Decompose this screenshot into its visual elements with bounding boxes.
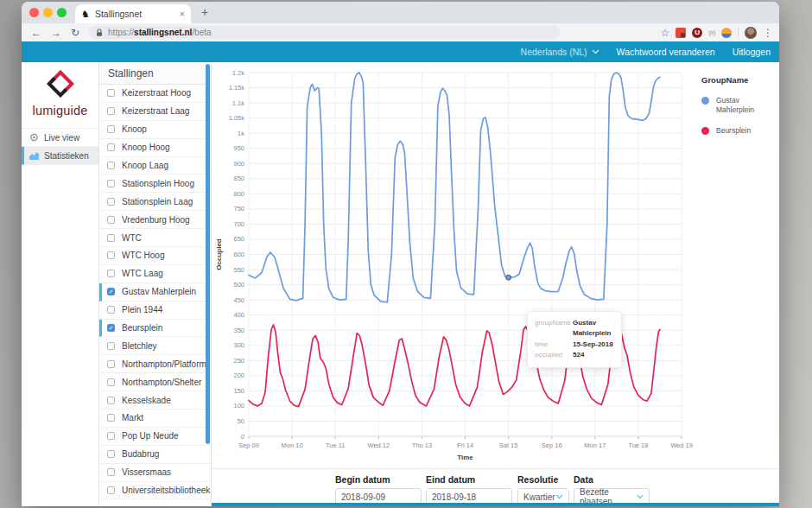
checkbox[interactable] <box>107 468 115 476</box>
list-item[interactable]: Northampton/Shelter <box>99 373 211 391</box>
sidebar-item-statistieken[interactable]: Statistieken <box>22 147 98 165</box>
checkbox-checked[interactable]: ✓ <box>107 324 115 332</box>
list-item[interactable]: Bletchley <box>99 337 211 355</box>
profile-avatar[interactable] <box>745 27 757 39</box>
checkbox[interactable] <box>107 143 115 151</box>
list-item[interactable]: Northampton/Platform <box>99 355 211 373</box>
list-item[interactable]: Knoop Laag <box>99 157 211 175</box>
list-item[interactable]: WTC Laag <box>99 265 211 283</box>
svg-text:650: 650 <box>233 235 244 243</box>
tab-strip: ♞ Stallingsnet × + <box>22 2 779 23</box>
list-item[interactable]: Stationsplein Hoog <box>99 175 211 193</box>
reload-icon[interactable]: ↻ <box>71 28 79 38</box>
list-item[interactable]: ✓Beursplein <box>99 320 211 338</box>
list-item[interactable]: Pop Up Neude <box>99 428 211 446</box>
legend-item[interactable]: Gustav Mahlerplein <box>701 96 764 115</box>
list-item[interactable]: Knoop <box>99 121 211 139</box>
svg-text:150: 150 <box>233 387 244 395</box>
checkbox[interactable] <box>107 107 115 115</box>
checkbox[interactable] <box>107 414 115 422</box>
chevron-down-icon <box>555 494 563 499</box>
checkbox[interactable] <box>107 378 115 386</box>
list-item[interactable]: Plein 1944 <box>99 302 211 320</box>
change-password-link[interactable]: Wachtwoord veranderen <box>617 47 715 57</box>
control-label: Data <box>574 474 650 485</box>
svg-text:Sep 09: Sep 09 <box>238 441 259 449</box>
checkbox[interactable] <box>107 198 115 206</box>
list-item-label: Stationsplein Hoog <box>122 179 194 188</box>
list-item[interactable]: Markt <box>99 410 211 428</box>
list-item[interactable]: Keizerstraat Hoog <box>99 85 211 103</box>
back-icon[interactable]: ← <box>31 28 41 38</box>
list-item[interactable]: WTC <box>99 229 211 247</box>
disabled-extension-icon[interactable]: (x) <box>708 29 715 36</box>
list-item-label: Keizerstraat Hoog <box>122 88 191 98</box>
checkbox[interactable] <box>107 234 115 242</box>
legend-item[interactable]: Beursplein <box>701 126 764 136</box>
legend-dot-icon <box>701 127 709 135</box>
list-item[interactable]: Vissersmaas <box>99 464 211 482</box>
control-group: Begin datum2018-09-09 <box>335 474 422 505</box>
list-item-label: Budabrug <box>122 449 159 459</box>
checkbox[interactable] <box>107 360 115 368</box>
checkbox[interactable] <box>107 216 115 224</box>
sidebar-item-live-view[interactable]: Live view <box>22 129 98 147</box>
address-bar[interactable]: https://stallingsnet.nl/beta <box>89 26 560 39</box>
list-item[interactable]: Keizerstraat Laag <box>99 103 211 121</box>
logout-link[interactable]: Uitloggen <box>733 47 771 57</box>
svg-text:950: 950 <box>233 144 244 152</box>
control-label: Resolutie <box>517 474 569 485</box>
checkbox[interactable] <box>107 162 115 169</box>
new-tab-button[interactable]: + <box>201 5 208 19</box>
checkbox[interactable] <box>107 125 115 133</box>
checkbox[interactable] <box>107 432 115 440</box>
list-item[interactable]: Kesselskade <box>99 391 211 410</box>
checkbox[interactable] <box>107 306 115 314</box>
forward-icon[interactable]: → <box>51 28 61 38</box>
svg-text:200: 200 <box>233 371 244 379</box>
list-item[interactable]: Universiteitsbibliotheek <box>99 482 211 500</box>
checkbox[interactable] <box>107 251 115 259</box>
ublock-extension-icon[interactable]: U <box>692 28 702 38</box>
checkbox[interactable] <box>107 180 115 187</box>
control-label: Eind datum <box>426 474 512 485</box>
statistics-icon <box>29 151 39 160</box>
extension-icon[interactable] <box>721 28 732 38</box>
chart[interactable]: 0501001502002503003504004505005506006507… <box>212 62 700 468</box>
checkbox[interactable] <box>107 486 115 494</box>
list-item[interactable]: Stationsplein Laag <box>99 193 211 211</box>
svg-text:300: 300 <box>233 341 244 349</box>
checkbox[interactable] <box>107 450 115 458</box>
svg-text:1.15k: 1.15k <box>229 84 245 92</box>
browser-tab[interactable]: ♞ Stallingsnet × <box>75 4 191 23</box>
bookmark-star-icon[interactable]: ☆ <box>660 27 669 39</box>
language-dropdown[interactable]: Nederlands (NL) <box>521 47 599 57</box>
list-item[interactable]: WTC Hoog <box>99 247 211 265</box>
list-item[interactable]: Budabrug <box>99 446 211 464</box>
minimize-window-button[interactable] <box>43 8 53 17</box>
close-tab-icon[interactable]: × <box>180 9 185 19</box>
browser-menu-icon[interactable]: ⋮ <box>763 27 773 39</box>
adblock-extension-icon[interactable] <box>676 28 686 38</box>
list-item[interactable]: ✓Gustav Mahlerplein <box>99 283 211 302</box>
checkbox[interactable] <box>107 89 115 97</box>
live-view-icon <box>29 133 39 142</box>
language-label: Nederlands (NL) <box>521 47 587 57</box>
footer-bar <box>212 503 779 506</box>
checkbox[interactable] <box>107 270 115 277</box>
list-item[interactable]: Vredenburg Hoog <box>99 211 211 229</box>
checkbox-checked[interactable]: ✓ <box>107 288 115 295</box>
zoom-window-button[interactable] <box>57 8 67 17</box>
list-scrollbar[interactable] <box>206 64 210 444</box>
checkbox[interactable] <box>107 397 115 404</box>
list-item[interactable]: Knoop Hoog <box>99 139 211 157</box>
legend-label: Gustav Mahlerplein <box>716 96 764 115</box>
tooltip-value: Gustav Mahlerplein <box>573 318 614 340</box>
close-window-button[interactable] <box>29 8 39 17</box>
tooltip-row: occupied524 <box>535 350 614 360</box>
list-item-label: Kesselskade <box>122 396 171 405</box>
svg-text:100: 100 <box>233 402 244 410</box>
checkbox[interactable] <box>107 342 115 350</box>
list-item-label: Beursplein <box>122 323 162 333</box>
chart-legend: GroupName Gustav MahlerpleinBeursplein <box>701 75 764 136</box>
